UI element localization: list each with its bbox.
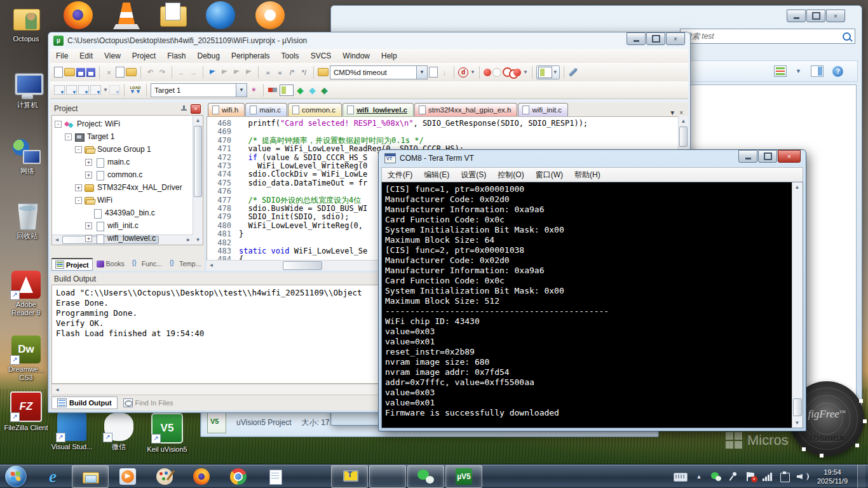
software-packs-icon[interactable]: ◆ <box>295 85 306 95</box>
teraterm-window[interactable]: COM8 - Tera Term VT × 文件(F)编辑(E)设置(S)控制(… <box>378 149 806 431</box>
toggle-breakpoint-icon[interactable] <box>484 69 491 76</box>
enable-breakpoint-icon[interactable] <box>492 68 501 77</box>
menu-edit[interactable]: Edit <box>74 50 98 62</box>
menu-project[interactable]: Project <box>126 50 161 62</box>
taskbar-button-explorer[interactable] <box>72 465 109 488</box>
save-icon[interactable] <box>76 68 85 77</box>
terminal-scrollbar[interactable]: ▲ ▼ <box>792 182 803 428</box>
incremental-find-icon[interactable]: ↓ <box>439 67 450 78</box>
volume-icon[interactable] <box>796 471 808 482</box>
open-file-icon[interactable] <box>64 68 75 76</box>
minimize-button[interactable] <box>627 32 646 45</box>
start-button[interactable] <box>5 466 27 487</box>
taskbar-button-ie[interactable]: e <box>35 466 71 487</box>
navigate-back-icon[interactable]: ← <box>176 67 187 78</box>
translate-icon[interactable] <box>54 85 65 95</box>
next-bookmark-icon[interactable] <box>231 67 242 78</box>
terminal-screen[interactable]: [CIS] func=1, ptr=0x00001000Manufacturer… <box>381 182 803 428</box>
taskbar-button-firefox[interactable] <box>184 466 219 487</box>
maximize-button[interactable] <box>646 32 665 45</box>
dropdown-caret-icon[interactable]: ▼ <box>523 69 528 75</box>
editor-tab-wifi_init-c[interactable]: wifi_init.c <box>518 103 568 116</box>
expand-icon[interactable]: + <box>85 159 92 166</box>
clipboard-icon[interactable] <box>779 471 790 482</box>
view-options-icon[interactable] <box>774 65 787 77</box>
menu-peripherals[interactable]: Peripherals <box>226 50 276 62</box>
editor-tab-main-c[interactable]: main.c <box>245 103 287 116</box>
taskbar-button-paint[interactable] <box>147 466 182 487</box>
dropdown-caret-icon[interactable]: ▼ <box>553 69 558 75</box>
visualstudio-icon[interactable]: ↗ <box>57 413 86 441</box>
network-icon[interactable] <box>13 137 42 165</box>
taskbar-button-wechat[interactable] <box>407 465 444 488</box>
disable-breakpoints-icon[interactable] <box>503 67 512 77</box>
editor-tab-stm32f4xx_hal_gpio_ex-h[interactable]: stm32f4xx_hal_gpio_ex.h <box>414 103 517 116</box>
help-icon[interactable]: ? <box>832 66 843 77</box>
expand-icon[interactable]: + <box>85 235 92 242</box>
teraterm-menu-item[interactable]: 帮助(H) <box>569 168 606 182</box>
menu-view[interactable]: View <box>98 50 126 62</box>
previous-bookmark-icon[interactable] <box>219 67 230 78</box>
uvision-title-bar[interactable]: µ C:\Users\Octopus\Desktop\test\h4wifi_2… <box>48 32 690 49</box>
stop-build-icon[interactable] <box>109 85 120 95</box>
window-layout-button[interactable]: ▼ <box>536 65 560 79</box>
pin-icon[interactable] <box>180 105 187 112</box>
menu-file[interactable]: File <box>50 50 74 62</box>
wechat-desktop-icon[interactable]: ↗ <box>104 413 133 441</box>
copy-icon[interactable] <box>116 67 125 78</box>
indent-icon[interactable]: » <box>262 67 273 78</box>
menu-window[interactable]: Window <box>337 50 376 62</box>
menu-help[interactable]: Help <box>376 50 403 62</box>
menu-flash[interactable]: Flash <box>161 50 191 62</box>
teraterm-menu-item[interactable]: 文件(F) <box>382 168 418 182</box>
taskbar-button-notepad[interactable] <box>257 466 293 487</box>
collapse-icon[interactable]: - <box>55 121 62 128</box>
close-button[interactable]: × <box>778 150 801 163</box>
manage-environment-icon[interactable] <box>268 85 278 95</box>
collapse-icon[interactable]: - <box>75 197 82 204</box>
save-all-icon[interactable] <box>86 68 95 77</box>
computer-icon[interactable] <box>13 71 42 99</box>
manage-runtime-icon[interactable]: ◆ <box>319 85 330 95</box>
close-tab-icon[interactable]: × <box>679 109 683 116</box>
taskbar-button-calculator[interactable] <box>294 466 330 487</box>
find-in-files-icon[interactable] <box>318 68 329 76</box>
build-icon[interactable] <box>66 85 77 95</box>
quick-search-icon[interactable]: d <box>458 67 468 78</box>
teraterm-menu-item[interactable]: 设置(S) <box>455 168 492 182</box>
views-dropdown-icon[interactable]: ▼ <box>796 66 802 76</box>
target-combo[interactable]: Target 1▼ <box>151 83 247 97</box>
panel-tab-func[interactable]: Func... <box>128 258 166 269</box>
tree-vertical-scrollbar[interactable]: ▲ ▼ <box>193 116 203 245</box>
blue-app-icon[interactable] <box>206 1 235 29</box>
minimize-button[interactable] <box>738 150 757 163</box>
file-extensions-icon[interactable] <box>280 85 294 96</box>
show-hidden-icon[interactable]: ▲ <box>693 471 705 482</box>
maximize-button[interactable] <box>806 10 825 22</box>
taskbar-button-teraterm[interactable] <box>331 465 368 488</box>
expand-icon[interactable]: + <box>85 172 92 179</box>
tree-item[interactable]: +wifi_init.c <box>85 219 139 232</box>
network-signal-icon[interactable] <box>762 471 773 482</box>
redo-icon[interactable]: ↷ <box>157 67 168 78</box>
orange-app-icon[interactable] <box>255 1 285 29</box>
search-icon[interactable] <box>843 32 851 41</box>
combo-dropdown-icon[interactable]: ▼ <box>236 84 247 97</box>
maximize-button[interactable] <box>758 150 777 163</box>
teraterm-menu-item[interactable]: 控制(O) <box>492 168 529 182</box>
panel-tab-project[interactable]: Project <box>51 258 93 271</box>
tree-item[interactable]: +common.c <box>85 168 142 181</box>
paste-icon[interactable] <box>126 68 137 76</box>
taskbar-button-chrome[interactable] <box>220 466 256 487</box>
pin-icon[interactable] <box>728 471 739 482</box>
combo-dropdown-icon[interactable]: ▼ <box>416 66 427 79</box>
action-center-icon[interactable]: × <box>745 471 756 482</box>
window-layout-icon[interactable] <box>538 67 552 78</box>
clock[interactable]: 19:54 2025/11/9 <box>817 468 848 485</box>
configure-icon[interactable] <box>568 67 578 77</box>
keil-desktop-icon[interactable]: V5↗ <box>151 413 183 444</box>
firefox-desktop-icon[interactable] <box>64 1 93 29</box>
minimize-button[interactable] <box>787 10 806 22</box>
kill-breakpoints-icon[interactable] <box>513 69 521 76</box>
filezilla-icon[interactable]: FZ↗ <box>10 391 42 422</box>
